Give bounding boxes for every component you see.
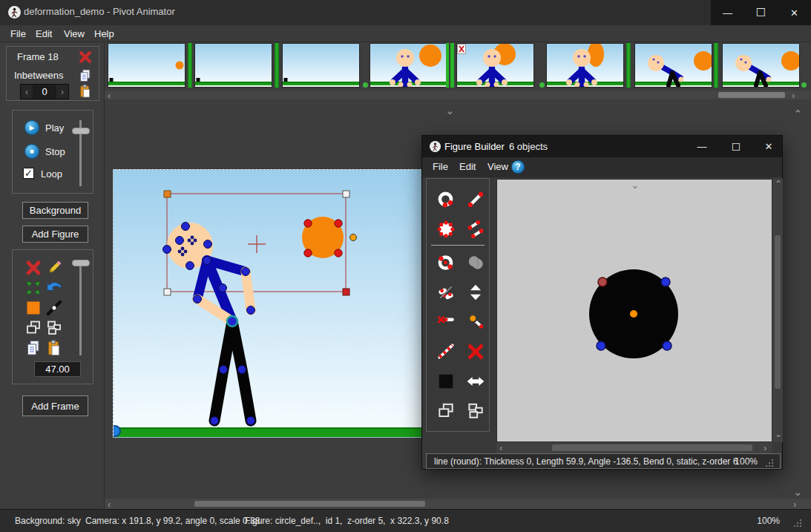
ball-handle-dot[interactable] [304, 220, 312, 227]
ball-handle-dot[interactable] [335, 220, 342, 227]
filmstrip-frame-4[interactable] [370, 43, 447, 88]
add-frame-button[interactable]: Add Frame [22, 395, 88, 416]
canvas-origin-dot[interactable] [114, 426, 120, 436]
selection-handle-bl[interactable] [164, 289, 171, 295]
copy-icon[interactable] [24, 339, 42, 357]
size-slider-handle[interactable] [72, 260, 90, 266]
filmstrip-scroll-left-icon[interactable]: ‹ [108, 91, 111, 100]
menu-help[interactable]: Help [91, 27, 117, 40]
paste-frame-icon[interactable] [78, 84, 93, 99]
circle-tool-icon[interactable] [436, 190, 456, 209]
fb-resize-grip-icon[interactable] [766, 459, 774, 467]
figure-builder-titlebar[interactable]: Figure Builder 6 objects — ☐ ✕ [422, 136, 782, 157]
figure-builder-maximize-button[interactable]: ☐ [720, 136, 752, 157]
maximize-button[interactable]: ☐ [744, 0, 778, 25]
builder-joint-handle[interactable] [661, 278, 670, 286]
stepper-decrement-icon[interactable]: ‹ [21, 85, 33, 99]
filmstrip-frame-8[interactable] [722, 43, 800, 88]
ball-handle-dot[interactable] [335, 249, 342, 257]
figure-builder-canvas[interactable]: ⌄ [496, 179, 772, 442]
ball-origin-dot[interactable] [350, 234, 357, 241]
builder-origin-handle[interactable] [598, 278, 607, 286]
color-swatch-orange-icon[interactable] [24, 299, 42, 317]
fb-menu-view[interactable]: View [485, 160, 511, 173]
stop-icon[interactable]: ■ [24, 144, 39, 159]
fb-vscroll-thumb[interactable] [775, 235, 781, 389]
selection-handle-tr[interactable] [343, 191, 349, 197]
fb-scroll-left-icon[interactable]: ‹ [499, 443, 502, 453]
fb-scroll-up-icon[interactable]: ⌃ [775, 180, 782, 188]
lower-icon[interactable] [45, 319, 63, 337]
fb-menu-edit[interactable]: Edit [456, 160, 479, 173]
flip-horizontal-icon[interactable] [466, 372, 485, 391]
titlebar[interactable]: deformation_demo - Pivot Animator — ☐ ✕ [0, 0, 811, 25]
color-swatch-black-icon[interactable] [436, 372, 456, 391]
fb-horizontal-scrollbar[interactable]: ‹ › [496, 442, 772, 453]
figure-builder-close-button[interactable]: ✕ [755, 136, 783, 157]
stick-figure[interactable] [163, 223, 255, 425]
line-tool-icon[interactable] [466, 190, 485, 209]
fb-hscroll-thumb[interactable] [552, 444, 752, 451]
collapse-filmstrip-icon[interactable]: ⌄ [445, 105, 455, 116]
canvas-scroll-right-icon[interactable]: › [793, 499, 796, 509]
filmstrip-scroll-right-icon[interactable]: › [792, 91, 795, 100]
raise-icon[interactable] [24, 319, 42, 337]
play-icon[interactable]: ▶ [24, 120, 39, 135]
loop-checkbox[interactable]: ✓ [23, 168, 34, 179]
fill-circle-tool-icon[interactable] [436, 220, 456, 239]
fb-menu-file[interactable]: File [430, 160, 451, 173]
inbetweens-value[interactable]: 0 [33, 85, 56, 99]
builder-joint-handle[interactable] [663, 341, 672, 350]
duplicate-line-icon[interactable] [466, 220, 485, 239]
segment-icon[interactable] [45, 299, 63, 317]
ring-tool-icon[interactable] [436, 253, 456, 272]
filmstrip-scrollbar[interactable]: ‹ › [105, 91, 811, 99]
scale-value-field[interactable]: 47.00 [34, 361, 81, 377]
fb-vertical-scrollbar[interactable]: ⌃ ⌄ [772, 179, 783, 442]
resize-grip-icon[interactable] [794, 519, 802, 527]
background-button[interactable]: Background [22, 202, 88, 219]
canvas-hscrollbar[interactable]: ‹ › [105, 499, 811, 509]
add-figure-button[interactable]: Add Figure [22, 226, 88, 243]
delete-segment-tool-icon[interactable] [436, 312, 456, 332]
filmstrip-frame-6[interactable] [546, 43, 624, 88]
speed-slider-handle[interactable] [72, 128, 90, 134]
selection-handle-br[interactable] [343, 289, 349, 295]
fb-scroll-down-icon[interactable]: ⌄ [775, 430, 782, 439]
paste-icon[interactable] [45, 339, 63, 357]
help-icon[interactable]: ? [511, 160, 525, 174]
stepper-increment-icon[interactable]: › [56, 85, 68, 99]
figure-builder-minimize-button[interactable]: — [686, 136, 718, 157]
filmstrip-frame-3[interactable] [282, 43, 360, 88]
delete-frame-icon[interactable] [78, 50, 93, 65]
center-arrows-icon[interactable] [24, 279, 42, 297]
filmstrip-scroll-thumb[interactable] [718, 92, 785, 98]
split-tool-icon[interactable] [436, 283, 456, 302]
menu-view[interactable]: View [61, 27, 88, 40]
dashed-line-tool-icon[interactable] [436, 342, 456, 361]
expand-panel-icon[interactable]: ⌃ [793, 108, 803, 119]
builder-center-handle[interactable] [630, 310, 637, 318]
stop-label[interactable]: Stop [45, 146, 65, 157]
close-button[interactable]: ✕ [778, 0, 811, 25]
filmstrip-frame-7[interactable] [634, 43, 712, 88]
ball-handle-dot[interactable] [304, 249, 312, 257]
menu-edit[interactable]: Edit [33, 27, 55, 40]
copy-frame-icon[interactable] [78, 68, 93, 83]
menu-file[interactable]: File [7, 27, 29, 40]
updown-tool-icon[interactable] [466, 283, 485, 302]
canvas-scroll-left-icon[interactable]: ‹ [108, 499, 111, 509]
blob-tool-icon[interactable] [466, 253, 485, 272]
origin-tool-icon[interactable] [466, 312, 485, 332]
flip-arrow-icon[interactable] [45, 279, 63, 297]
collapse-bottom-icon[interactable]: ⌄ [793, 486, 803, 497]
builder-joint-handle[interactable] [597, 341, 605, 350]
fb-scroll-right-icon[interactable]: › [764, 443, 766, 453]
selection-handle-tl[interactable] [164, 191, 171, 197]
raise-icon[interactable] [436, 401, 456, 421]
pencil-icon[interactable] [45, 259, 63, 277]
lower-icon[interactable] [466, 401, 485, 421]
filmstrip-frame-1[interactable] [108, 43, 185, 88]
size-slider-track[interactable] [79, 265, 82, 355]
ball-figure[interactable] [302, 217, 357, 258]
